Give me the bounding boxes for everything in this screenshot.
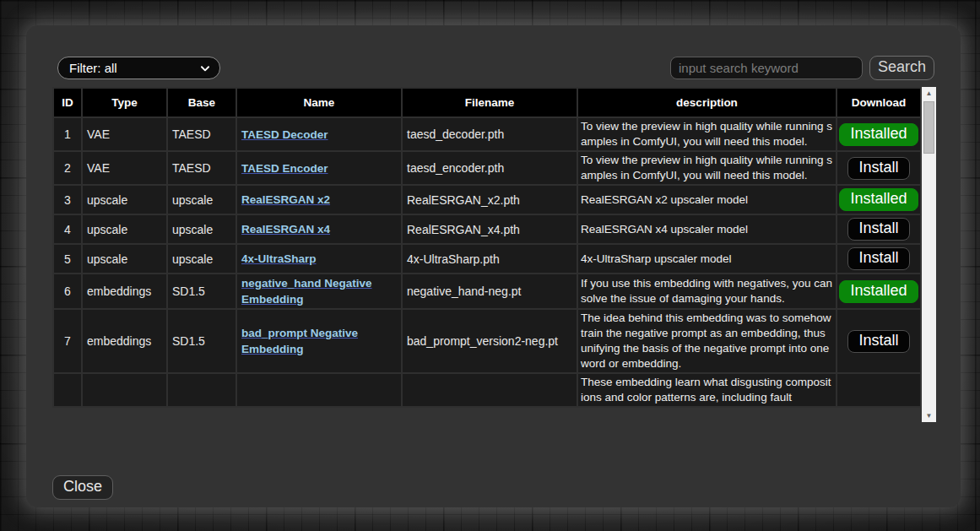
cell-type: VAE bbox=[82, 151, 167, 185]
column-header-base: Base bbox=[167, 88, 236, 117]
filter-dropdown[interactable]: Filter: all bbox=[57, 57, 220, 79]
cell-download: Install bbox=[837, 244, 920, 274]
model-name-link[interactable]: TAESD Encoder bbox=[241, 162, 328, 175]
model-name-link[interactable]: RealESRGAN x4 bbox=[241, 223, 330, 236]
cell-base: SD1.5 bbox=[167, 309, 236, 373]
cell-filename: taesd_encoder.pth bbox=[402, 151, 577, 185]
model-table-viewport: IDTypeBaseNameFilenamedescriptionDownloa… bbox=[52, 87, 920, 422]
table-row: These embedding learn what disgusting co… bbox=[53, 373, 920, 407]
cell-type bbox=[82, 373, 167, 407]
cell-type: embeddings bbox=[82, 274, 167, 309]
cell-filename: negative_hand-neg.pt bbox=[402, 274, 577, 309]
model-table: IDTypeBaseNameFilenamedescriptionDownloa… bbox=[52, 87, 920, 408]
cell-filename: taesd_decoder.pth bbox=[402, 117, 577, 151]
cell-description: These embedding learn what disgusting co… bbox=[577, 373, 837, 407]
table-row: 4upscaleupscaleRealESRGAN x4RealESRGAN_x… bbox=[53, 214, 920, 244]
cell-id: 2 bbox=[53, 151, 82, 185]
model-name-link[interactable]: TAESD Decoder bbox=[241, 128, 328, 141]
table-row: 7embeddingsSD1.5bad_prompt Negative Embe… bbox=[53, 309, 920, 373]
cell-filename bbox=[402, 373, 577, 407]
cell-type: upscale bbox=[82, 244, 167, 274]
cell-id: 5 bbox=[53, 244, 82, 274]
model-name-link[interactable]: negative_hand Negative Embedding bbox=[241, 277, 372, 306]
cell-description: To view the preview in high quality whil… bbox=[577, 151, 837, 185]
column-header-type: Type bbox=[82, 88, 167, 117]
cell-id: 1 bbox=[53, 117, 82, 151]
cell-description: To view the preview in high quality whil… bbox=[577, 117, 837, 151]
cell-name: TAESD Encoder bbox=[236, 151, 402, 185]
cell-download: Install bbox=[837, 214, 920, 244]
cell-id: 3 bbox=[53, 185, 82, 214]
cell-base: upscale bbox=[167, 244, 236, 274]
cell-filename: bad_prompt_version2-neg.pt bbox=[402, 309, 577, 373]
cell-download: Installed bbox=[837, 117, 920, 151]
cell-download: Install bbox=[837, 151, 920, 185]
cell-type: upscale bbox=[82, 214, 167, 244]
table-row: 6embeddingsSD1.5negative_hand Negative E… bbox=[53, 274, 920, 309]
cell-name: TAESD Decoder bbox=[236, 117, 402, 151]
scrollbar-thumb[interactable] bbox=[923, 101, 934, 154]
installed-button[interactable]: Installed bbox=[839, 123, 918, 146]
cell-description: If you use this embedding with negatives… bbox=[577, 274, 837, 309]
install-button[interactable]: Install bbox=[847, 218, 909, 241]
table-row: 1VAETAESDTAESD Decodertaesd_decoder.pthT… bbox=[53, 117, 920, 151]
cell-description: The idea behind this embedding was to so… bbox=[577, 309, 837, 373]
cell-id: 7 bbox=[53, 309, 82, 373]
scrollbar-down-icon[interactable]: ▼ bbox=[922, 409, 936, 422]
cell-id: 6 bbox=[53, 274, 82, 309]
search-button[interactable]: Search bbox=[869, 56, 934, 80]
column-header-download: Download bbox=[837, 88, 920, 117]
filter-dropdown-value: Filter: all bbox=[69, 61, 199, 75]
cell-id bbox=[53, 373, 82, 407]
cell-type: VAE bbox=[82, 117, 167, 151]
table-scrollbar[interactable]: ▲ ▼ bbox=[922, 87, 936, 422]
cell-name: RealESRGAN x4 bbox=[236, 214, 402, 244]
model-name-link[interactable]: RealESRGAN x2 bbox=[241, 193, 330, 206]
cell-base: SD1.5 bbox=[167, 274, 236, 309]
installed-button[interactable]: Installed bbox=[839, 280, 918, 303]
table-row: 2VAETAESDTAESD Encodertaesd_encoder.pthT… bbox=[53, 151, 920, 185]
install-button[interactable]: Install bbox=[847, 330, 909, 353]
column-header-description: description bbox=[577, 88, 837, 117]
install-button[interactable]: Install bbox=[847, 247, 909, 270]
search-input[interactable] bbox=[670, 57, 863, 79]
column-header-name: Name bbox=[236, 88, 402, 117]
cell-name: bad_prompt Negative Embedding bbox=[236, 309, 402, 373]
cell-name: negative_hand Negative Embedding bbox=[236, 274, 402, 309]
cell-description: RealESRGAN x4 upscaler model bbox=[577, 214, 837, 244]
table-row: 3upscaleupscaleRealESRGAN x2RealESRGAN_x… bbox=[53, 185, 920, 214]
cell-filename: 4x-UltraSharp.pth bbox=[402, 244, 577, 274]
model-manager-dialog: Filter: all Search IDTypeBaseNameFilenam… bbox=[26, 25, 961, 507]
install-button[interactable]: Install bbox=[847, 157, 909, 180]
cell-download: Install bbox=[837, 309, 920, 373]
scrollbar-up-icon[interactable]: ▲ bbox=[922, 87, 936, 100]
table-header-row: IDTypeBaseNameFilenamedescriptionDownloa… bbox=[53, 88, 920, 117]
table-row: 5upscaleupscale4x-UltraSharp4x-UltraShar… bbox=[53, 244, 920, 274]
cell-download bbox=[837, 373, 920, 407]
cell-name: RealESRGAN x2 bbox=[236, 185, 402, 214]
cell-filename: RealESRGAN_x2.pth bbox=[402, 185, 577, 214]
cell-base: TAESD bbox=[167, 117, 236, 151]
cell-base: upscale bbox=[167, 214, 236, 244]
column-header-filename: Filename bbox=[402, 88, 577, 117]
cell-download: Installed bbox=[837, 274, 920, 309]
canvas-background: Filter: all Search IDTypeBaseNameFilenam… bbox=[0, 0, 980, 531]
cell-base: upscale bbox=[167, 185, 236, 214]
cell-name: 4x-UltraSharp bbox=[236, 244, 402, 274]
cell-base bbox=[167, 373, 236, 407]
installed-button[interactable]: Installed bbox=[839, 188, 918, 211]
cell-description: 4x-UltraSharp upscaler model bbox=[577, 244, 837, 274]
model-name-link[interactable]: bad_prompt Negative Embedding bbox=[241, 327, 358, 355]
cell-type: upscale bbox=[82, 185, 167, 214]
chevron-down-icon bbox=[199, 62, 211, 74]
cell-base: TAESD bbox=[167, 151, 236, 185]
cell-id: 4 bbox=[53, 214, 82, 244]
cell-download: Installed bbox=[837, 185, 920, 214]
cell-type: embeddings bbox=[82, 309, 167, 373]
close-button[interactable]: Close bbox=[52, 475, 113, 500]
column-header-id: ID bbox=[53, 88, 82, 117]
model-name-link[interactable]: 4x-UltraSharp bbox=[241, 252, 317, 265]
cell-name bbox=[236, 373, 402, 407]
cell-filename: RealESRGAN_x4.pth bbox=[402, 214, 577, 244]
cell-description: RealESRGAN x2 upscaler model bbox=[577, 185, 837, 214]
